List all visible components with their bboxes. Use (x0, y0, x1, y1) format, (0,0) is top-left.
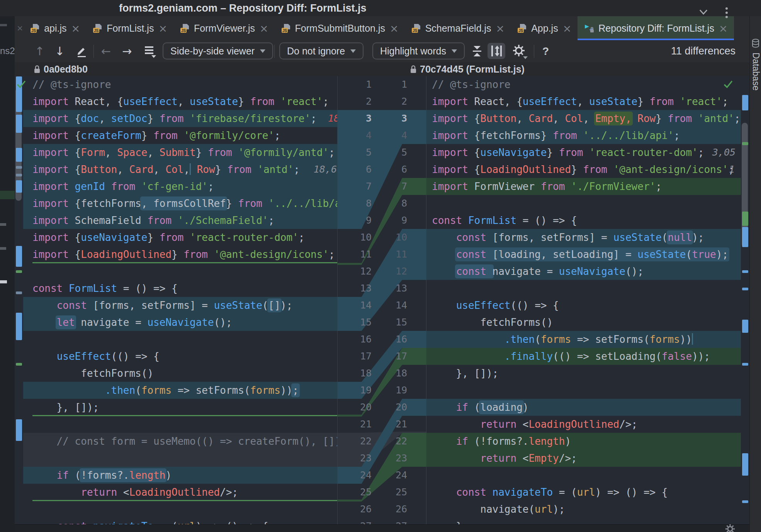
code-line[interactable]: if (!forms?.length) (23, 467, 337, 484)
change-marker (742, 95, 748, 110)
code-line[interactable]: import {Form, Space, Submit} from '@form… (23, 144, 337, 161)
code-line[interactable]: import {createForm} from '@formily/core'… (23, 127, 337, 144)
line-number: 22 (380, 433, 407, 450)
code-line[interactable]: } (426, 518, 741, 524)
code-line[interactable]: import genId from 'cf-gen-id'; (23, 178, 337, 195)
code-line[interactable]: if (!forms?.length) (426, 433, 741, 450)
close-icon[interactable]: × (260, 22, 268, 34)
code-line[interactable]: import {Button, Card, Col, Row} from 'an… (23, 161, 337, 178)
code-line[interactable]: const navigateTo = (url) => () => { (426, 484, 741, 501)
code-line[interactable]: }, []); (426, 365, 741, 382)
code-line[interactable]: import React, {useEffect, useState} from… (23, 93, 337, 110)
ignore-policy-select[interactable]: Do not ignore (279, 42, 364, 59)
left-scrollbar[interactable] (15, 76, 23, 524)
compare-mode-icon[interactable] (144, 45, 157, 58)
code-line[interactable]: .finally(() => setLoading(false)); (426, 348, 741, 365)
sync-scroll-toggle[interactable] (488, 43, 505, 59)
tab-formlist-js[interactable]: JSFormList.js× (86, 16, 173, 40)
viewer-mode-select[interactable]: Side-by-side viewer (163, 42, 273, 59)
code-line[interactable]: // @ts-ignore (426, 76, 741, 93)
code-line[interactable] (23, 331, 337, 348)
code-line[interactable]: fetchForms() (426, 314, 741, 331)
right-code-pane[interactable]: // @ts-ignoreimport React, {useEffect, u… (426, 76, 749, 524)
line-number: 2 (380, 93, 407, 110)
gear-icon[interactable] (725, 524, 736, 532)
right-scrollbar[interactable] (741, 76, 749, 524)
code-line[interactable]: import {useNavigate} from 'react-router-… (23, 229, 337, 246)
code-line[interactable]: const FormList = () => { (23, 280, 337, 297)
hidden-tab-close-icon[interactable]: × (17, 22, 23, 34)
gear-icon[interactable] (512, 44, 528, 59)
highlight-policy-select[interactable]: Highlight words (372, 42, 465, 59)
code-line[interactable]: .then(forms => setForms(forms)) (426, 331, 741, 348)
code-line[interactable]: import {Button, Card, Col, Empty, Row} f… (426, 110, 741, 127)
help-button[interactable]: ? (542, 40, 549, 62)
code-line[interactable] (426, 195, 741, 212)
code-line[interactable]: useEffect(() => { (426, 297, 741, 314)
code-line[interactable]: import {useNavigate} from 'react-router-… (426, 144, 741, 161)
code-line[interactable]: import {LoadingOutlined} from '@ant-desi… (426, 161, 741, 178)
code-line[interactable]: const [forms, setForms] = useState(null)… (426, 229, 741, 246)
line-number: 27 (345, 518, 372, 524)
js-file-icon: JS (411, 23, 421, 34)
inspections-ok-icon (16, 79, 26, 89)
code-line[interactable] (426, 280, 741, 297)
code-line[interactable]: if (loading) (426, 399, 741, 416)
code-line[interactable]: // @ts-ignore (23, 76, 337, 93)
insertion-marker-line (32, 500, 337, 501)
forward-button[interactable]: → (122, 40, 132, 62)
code-line[interactable]: import {fetchForms, formsCollRef} from '… (23, 195, 337, 212)
code-line[interactable]: fetchForms() (23, 365, 337, 382)
edit-source-icon[interactable] (76, 45, 87, 58)
tab-schemafield-js[interactable]: JSSchemaField.js× (405, 16, 511, 40)
code-line[interactable]: const FormList = () => { (426, 212, 741, 229)
code-line[interactable] (426, 467, 741, 484)
code-line[interactable]: const [loading, setLoading] = useState(t… (426, 246, 741, 263)
code-line[interactable]: let navigate = useNavigate(); (23, 314, 337, 331)
close-icon[interactable]: × (158, 22, 167, 34)
code-line[interactable] (23, 501, 337, 518)
next-difference-button[interactable]: ↓ (55, 40, 65, 62)
database-icon[interactable] (751, 39, 760, 49)
kebab-menu-icon[interactable] (725, 5, 729, 20)
code-line[interactable]: import SchemaField from './SchemaField'; (23, 212, 337, 229)
code-line[interactable]: return <Empty/>; (426, 450, 741, 467)
code-line[interactable]: import {fetchForms} from '../../lib/api'… (426, 127, 741, 144)
close-icon[interactable]: × (496, 22, 505, 34)
back-button[interactable]: ← (101, 40, 111, 62)
code-line[interactable]: import {doc, setDoc} from 'firebase/fire… (23, 110, 337, 127)
tab-formsubmitbutton-js[interactable]: JSFormSubmitButton.js× (275, 16, 405, 40)
code-line[interactable]: navigate(url); (426, 501, 741, 518)
code-line[interactable] (23, 263, 337, 280)
code-line[interactable] (23, 450, 337, 467)
tab-app-js[interactable]: JSApp.js× (511, 16, 578, 40)
code-line[interactable]: const navigate = useNavigate(); (426, 263, 741, 280)
code-line[interactable]: import React, {useEffect, useState} from… (426, 93, 741, 110)
line-number: 1 (345, 76, 372, 93)
collapse-unchanged-icon[interactable] (471, 44, 484, 58)
code-line[interactable]: // const form = useMemo(() => createForm… (23, 433, 337, 450)
code-line[interactable]: return <LoadingOutlined/>; (426, 416, 741, 433)
tab-api-js[interactable]: JSapi.js× (24, 16, 86, 40)
tab-formviewer-js[interactable]: JSFormViewer.js× (173, 16, 275, 40)
close-icon[interactable]: × (563, 22, 572, 34)
code-line[interactable]: const [forms, setForms] = useState([]); (23, 297, 337, 314)
code-line[interactable] (426, 382, 741, 399)
tab-repository-diff-formlist-js[interactable]: Repository Diff: FormList.js× (578, 16, 734, 40)
line-number: 15 (380, 314, 407, 331)
code-line[interactable]: .then(forms => setForms(forms)); (23, 382, 337, 399)
code-line[interactable]: const navigateTo = (url) => () => { (23, 518, 337, 524)
code-line[interactable]: useEffect(() => { (23, 348, 337, 365)
close-icon[interactable]: × (719, 22, 728, 34)
code-line[interactable] (23, 416, 337, 433)
prev-difference-button[interactable]: ↑ (35, 40, 44, 62)
chevron-down-icon[interactable] (698, 7, 709, 17)
left-code-pane[interactable]: // @ts-ignoreimport React, {useEffect, u… (15, 76, 337, 524)
code-line[interactable]: import FormViewer from './FormViewer'; (426, 178, 741, 195)
close-icon[interactable]: × (390, 22, 399, 34)
database-tool-button[interactable]: Database (751, 53, 761, 90)
close-icon[interactable]: × (71, 22, 80, 34)
code-line[interactable]: }, []); (23, 399, 337, 416)
code-line[interactable]: import {LoadingOutlined} from '@ant-desi… (23, 246, 337, 263)
code-line[interactable]: return <LoadingOutlined/>; (23, 484, 337, 501)
